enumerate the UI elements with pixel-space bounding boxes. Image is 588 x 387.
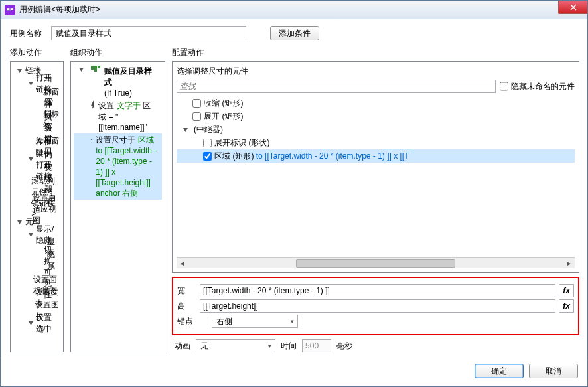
tree-item-marker[interactable]: 展开标识 (形状) bbox=[177, 136, 575, 149]
action-text: 设置 文字于 区域 = "[[item.name]]" bbox=[98, 100, 158, 132]
action-set-size[interactable]: 设置尺寸于 区域 to [[Target.width - 20 * (item.… bbox=[74, 133, 162, 200]
search-input[interactable] bbox=[177, 80, 496, 93]
horizontal-scrollbar[interactable]: ◄ ► bbox=[177, 257, 575, 268]
tree-item-label: 设置选中 bbox=[36, 312, 59, 335]
add-condition-button[interactable]: 添加条件 bbox=[270, 26, 319, 40]
tree-item-collapse[interactable]: 收缩 (矩形) bbox=[177, 96, 575, 110]
organize-action-panel[interactable]: 赋值及目录样式 (If True) 设置 文字于 区域 = "[[item.na… bbox=[70, 61, 165, 352]
add-action-column: 添加动作 链接打开链接当前窗口新窗口/新标签弹出窗口父级窗口关闭窗口在框架中打开… bbox=[10, 47, 64, 352]
scroll-left-icon[interactable]: ◄ bbox=[177, 258, 188, 268]
main-columns: 添加动作 链接打开链接当前窗口新窗口/新标签弹出窗口父级窗口关闭窗口在框架中打开… bbox=[1, 47, 587, 358]
configure-action-column: 配置动作 选择调整尺寸的元件 隐藏未命名的元件 收缩 (矩形) 展 bbox=[172, 47, 579, 352]
add-action-header: 添加动作 bbox=[10, 47, 64, 58]
time-label: 时间 bbox=[281, 341, 297, 352]
caret-down-icon: ▼ bbox=[267, 343, 272, 349]
window-title: 用例编辑<每项加载时> bbox=[19, 4, 100, 15]
height-fx-button[interactable]: fx bbox=[559, 299, 574, 313]
width-row: 宽 fx bbox=[177, 284, 574, 297]
height-label: 高 bbox=[177, 301, 196, 312]
add-action-panel[interactable]: 链接打开链接当前窗口新窗口/新标签弹出窗口父级窗口关闭窗口在框架中打开链接内联框… bbox=[10, 61, 64, 352]
caret-down-icon bbox=[182, 126, 189, 133]
caret-down-icon bbox=[28, 155, 34, 163]
usecase-name-input[interactable] bbox=[51, 26, 246, 40]
action-text: 设置尺寸于 区域 to [[Target.width - 20 * (item.… bbox=[96, 135, 158, 198]
configure-action-header: 配置动作 bbox=[172, 47, 579, 58]
width-label: 宽 bbox=[177, 285, 196, 297]
width-fx-button[interactable]: fx bbox=[559, 284, 574, 297]
organize-action-header: 组织动作 bbox=[70, 47, 165, 58]
action-set-text[interactable]: 设置 文字于 区域 = "[[item.name]]" bbox=[74, 99, 162, 133]
height-input[interactable] bbox=[200, 299, 555, 313]
caret-down-icon bbox=[78, 66, 85, 73]
hide-unnamed[interactable]: 隐藏未命名的元件 bbox=[500, 80, 575, 93]
scroll-thumb[interactable] bbox=[296, 259, 455, 268]
tree-item-expand[interactable]: 展开 (矩形) bbox=[177, 110, 575, 123]
case-condition: (If True) bbox=[104, 88, 132, 98]
size-properties-box: 宽 fx 高 fx 锚点 右侧▼ bbox=[172, 277, 579, 335]
scroll-right-icon[interactable]: ► bbox=[563, 258, 575, 268]
caret-down-icon bbox=[16, 218, 23, 226]
tree-item-area[interactable]: 区域 (矩形) to [[Target.width - 20 * (item.t… bbox=[177, 149, 575, 163]
caret-down-icon bbox=[28, 80, 34, 87]
dialog-window: RP 用例编辑<每项加载时> 用例名称 添加条件 添加动作 链接打开链接当前窗口… bbox=[0, 0, 588, 387]
action-tree-item[interactable]: 设置自适应视图 bbox=[11, 203, 63, 216]
bolt-icon bbox=[90, 135, 92, 144]
anchor-select[interactable]: 右侧▼ bbox=[212, 315, 298, 328]
configure-panel: 选择调整尺寸的元件 隐藏未命名的元件 收缩 (矩形) 展开 (矩形) bbox=[172, 61, 579, 273]
animation-row: 动画 无▼ 时间 毫秒 bbox=[172, 339, 579, 352]
organize-action-column: 组织动作 赋值及目录样式 (If True) bbox=[70, 47, 165, 352]
configure-subtitle: 选择调整尺寸的元件 bbox=[177, 66, 575, 77]
tree-group-repeater[interactable]: (中继器) bbox=[177, 123, 575, 136]
caret-down-icon bbox=[16, 67, 23, 74]
anim-select[interactable]: 无▼ bbox=[196, 339, 275, 352]
header-toolbar: 用例名称 添加条件 bbox=[1, 19, 587, 47]
close-button[interactable] bbox=[558, 1, 587, 14]
cancel-button[interactable]: 取消 bbox=[529, 364, 578, 378]
search-row: 隐藏未命名的元件 bbox=[177, 80, 575, 93]
title-bar: RP 用例编辑<每项加载时> bbox=[1, 1, 587, 19]
bolt-icon bbox=[90, 100, 94, 110]
caret-down-icon bbox=[28, 231, 34, 238]
height-row: 高 fx bbox=[177, 299, 574, 313]
time-unit: 毫秒 bbox=[336, 341, 352, 352]
anchor-label: 锚点 bbox=[177, 316, 196, 327]
app-icon: RP bbox=[5, 5, 15, 15]
case-name: 赋值及目录样式 bbox=[104, 66, 152, 87]
time-input[interactable] bbox=[302, 339, 331, 352]
ok-button[interactable]: 确定 bbox=[475, 364, 524, 378]
close-icon bbox=[570, 4, 577, 11]
case-type-icon bbox=[91, 66, 100, 72]
bottom-bar: 确定 取消 bbox=[1, 358, 587, 386]
name-label: 用例名称 bbox=[10, 28, 47, 39]
caret-down-icon bbox=[28, 319, 34, 327]
widget-tree[interactable]: 收缩 (矩形) 展开 (矩形) (中继器) 展开标识 (形状) 区域 (矩形 bbox=[177, 96, 575, 254]
anchor-row: 锚点 右侧▼ bbox=[177, 315, 574, 328]
width-input[interactable] bbox=[200, 284, 555, 297]
hide-unnamed-checkbox[interactable] bbox=[500, 80, 508, 93]
anim-label: 动画 bbox=[175, 341, 190, 352]
action-tree-item[interactable]: 设置选中 bbox=[11, 317, 63, 329]
case-row[interactable]: 赋值及目录样式 (If True) bbox=[74, 64, 162, 99]
caret-down-icon: ▼ bbox=[289, 319, 295, 325]
